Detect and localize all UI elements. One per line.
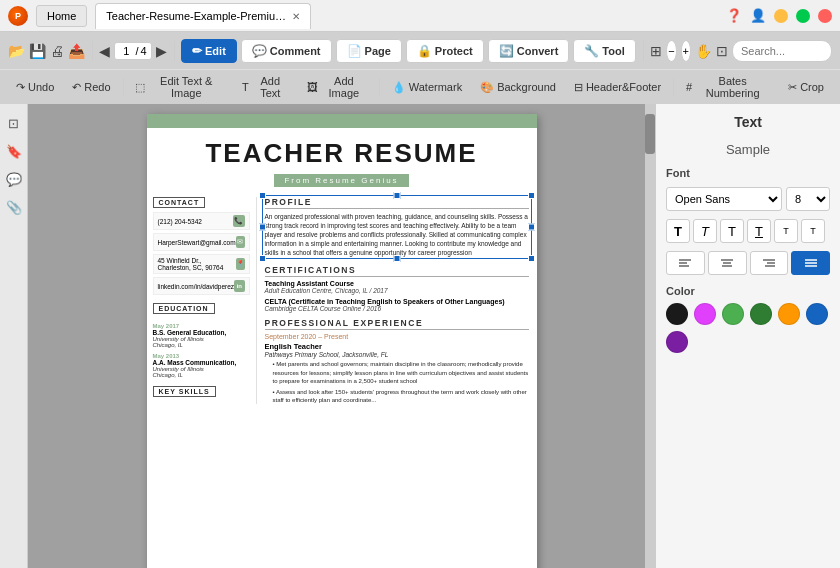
resume-subtitle: From Resume Genius xyxy=(274,174,408,187)
convert-tab-icon: 🔄 xyxy=(499,44,514,58)
color-swatches xyxy=(666,303,830,353)
page-nav: 1 / 4 xyxy=(114,42,151,60)
color-pink[interactable] xyxy=(694,303,716,325)
handle-mr[interactable] xyxy=(528,224,535,231)
cert-title-2: CELTA (Certificate in Teaching English t… xyxy=(265,298,529,305)
align-right-button[interactable] xyxy=(750,251,789,275)
font-controls: Open Sans 8 xyxy=(666,187,830,211)
header-footer-button[interactable]: ⊟ Header&Footer xyxy=(566,78,669,97)
background-button[interactable]: 🎨 Background xyxy=(472,78,564,97)
tab-protect[interactable]: 🔒 Protect xyxy=(406,39,484,63)
color-green-1[interactable] xyxy=(722,303,744,325)
handle-tr[interactable] xyxy=(528,192,535,199)
bold-button[interactable]: T xyxy=(666,219,690,243)
share-icon[interactable]: 📤 xyxy=(68,39,85,63)
edu-loc-2: Chicago, IL xyxy=(153,372,250,378)
toolbar-top: 📂 💾 🖨 📤 ◀ 1 / 4 ▶ ✏ Edit 💬 Comment 📄 Pag… xyxy=(0,32,840,70)
redo-button[interactable]: ↷ Undo xyxy=(8,78,62,97)
cert-sub-1: Adult Education Centre, Chicago, IL / 20… xyxy=(265,287,529,294)
hand-tool-icon[interactable]: ✋ xyxy=(695,39,712,63)
edu-degree-2: A.A. Mass Communication, xyxy=(153,359,250,366)
edu-loc-1: Chicago, IL xyxy=(153,342,250,348)
add-image-button[interactable]: 🖼 Add Image xyxy=(299,72,375,102)
style-btn-3[interactable]: T xyxy=(720,219,744,243)
save-icon[interactable]: 💾 xyxy=(29,39,46,63)
main-area: ⊡ 🔖 💬 📎 TEACHER RESUME From Resume Geniu… xyxy=(0,104,840,568)
subscript-button[interactable]: T xyxy=(801,219,825,243)
font-family-select[interactable]: Open Sans xyxy=(666,187,782,211)
window-controls: ❓ 👤 xyxy=(726,8,832,23)
exp-school-1: Pathways Primary School, Jacksonville, F… xyxy=(265,351,529,358)
open-icon[interactable]: 📂 xyxy=(8,39,25,63)
sample-label: Sample xyxy=(666,142,830,157)
zoom-in-button[interactable]: + xyxy=(681,40,691,62)
panel-title: Text xyxy=(666,114,830,130)
zoom-out-button[interactable]: − xyxy=(666,40,676,62)
edit-tab-icon: ✏ xyxy=(192,44,202,58)
next-page-icon[interactable]: ▶ xyxy=(156,39,167,63)
italic-button[interactable]: T xyxy=(693,219,717,243)
bates-numbering-button[interactable]: # Bates Numbering xyxy=(678,72,778,102)
resume-title: TEACHER RESUME xyxy=(147,138,537,169)
scroll-thumb[interactable] xyxy=(645,114,655,154)
color-green-2[interactable] xyxy=(750,303,772,325)
align-center-button[interactable] xyxy=(708,251,747,275)
prev-page-icon[interactable]: ◀ xyxy=(99,39,110,63)
tab-convert[interactable]: 🔄 Convert xyxy=(488,39,570,63)
color-purple[interactable] xyxy=(666,331,688,353)
align-justify-button[interactable] xyxy=(791,251,830,275)
page-tab-icon: 📄 xyxy=(347,44,362,58)
comments-icon[interactable]: 💬 xyxy=(3,168,25,190)
profile-heading: PROFILE xyxy=(265,197,529,209)
add-text-button[interactable]: T Add Text xyxy=(234,72,297,102)
tab-label: Teacher-Resume-Example-Premium-Green xyxy=(106,10,286,22)
pages-panel-icon[interactable]: ⊡ xyxy=(3,112,25,134)
tab-tool[interactable]: 🔧 Tool xyxy=(573,39,635,63)
align-left-button[interactable] xyxy=(666,251,705,275)
contact-phone: (212) 204-5342 📞 xyxy=(153,212,250,230)
print-icon[interactable]: 🖨 xyxy=(50,39,64,63)
exp-bullet-1: • Met parents and school governors; main… xyxy=(273,360,529,385)
add-image-icon: 🖼 xyxy=(307,81,318,93)
align-buttons xyxy=(666,251,830,275)
document-tab[interactable]: Teacher-Resume-Example-Premium-Green ✕ xyxy=(95,3,311,29)
header-footer-icon: ⊟ xyxy=(574,81,583,94)
maximize-button[interactable] xyxy=(796,9,810,23)
search-input[interactable] xyxy=(732,40,832,62)
vertical-scrollbar[interactable] xyxy=(645,104,655,568)
color-blue[interactable] xyxy=(806,303,828,325)
tab-edit[interactable]: ✏ Edit xyxy=(181,39,237,63)
attachment-icon[interactable]: 📎 xyxy=(3,196,25,218)
color-black[interactable] xyxy=(666,303,688,325)
resume-body: CONTACT (212) 204-5342 📞 HarperStewart@g… xyxy=(147,191,537,410)
font-size-select[interactable]: 8 xyxy=(786,187,830,211)
home-button[interactable]: Home xyxy=(36,5,87,27)
user-icon[interactable]: 👤 xyxy=(750,8,766,23)
tab-close-button[interactable]: ✕ xyxy=(292,11,300,22)
color-section-title: Color xyxy=(666,285,830,297)
watermark-button[interactable]: 💧 Watermark xyxy=(384,78,470,97)
minimize-button[interactable] xyxy=(774,9,788,23)
color-orange[interactable] xyxy=(778,303,800,325)
bookmarks-icon[interactable]: 🔖 xyxy=(3,140,25,162)
crop-button[interactable]: ✂ Crop xyxy=(780,78,832,97)
handle-br[interactable] xyxy=(528,255,535,262)
profile-text[interactable]: An organized professional with proven te… xyxy=(265,212,529,257)
grid-icon[interactable]: ⊞ xyxy=(650,39,662,63)
undo-button[interactable]: ↶ Redo xyxy=(64,78,118,97)
select-icon[interactable]: ⊡ xyxy=(716,39,728,63)
underline-button[interactable]: T xyxy=(747,219,771,243)
exp-bullet-2: • Assess and look after 150+ students' p… xyxy=(273,388,529,405)
tab-page[interactable]: 📄 Page xyxy=(336,39,402,63)
tab-comment[interactable]: 💬 Comment xyxy=(241,39,332,63)
education-section-label: EDUCATION xyxy=(153,303,215,314)
edit-text-image-button[interactable]: ⬚ Edit Text & Image xyxy=(127,72,232,102)
app-logo[interactable]: P xyxy=(8,6,28,26)
close-button[interactable] xyxy=(818,9,832,23)
superscript-button[interactable]: T xyxy=(774,219,798,243)
edu-degree-1: B.S. General Education, xyxy=(153,329,250,336)
resume-header-bar xyxy=(147,114,537,128)
experience-section: PROFESSIONAL EXPERIENCE September 2020 –… xyxy=(265,318,529,404)
help-icon[interactable]: ❓ xyxy=(726,8,742,23)
canvas-area: TEACHER RESUME From Resume Genius CONTAC… xyxy=(28,104,655,568)
